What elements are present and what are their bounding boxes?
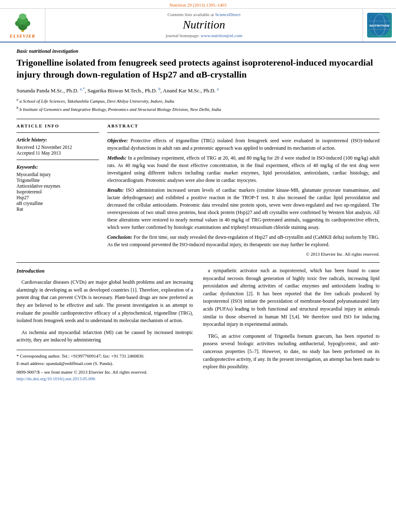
affiliation-b: b b Institute of Genomics and Integrativ… <box>16 105 380 113</box>
authors-text: Sunanda Panda M.Sc., Ph.D. a,*, Sagarika… <box>16 87 219 94</box>
article-title-text: Trigonelline isolated from fenugreek see… <box>16 57 373 80</box>
homepage-link[interactable]: www.nutritionjrnl.com <box>201 33 243 38</box>
affiliations: a a School of Life Sciences, Takshashila… <box>16 97 380 113</box>
body-divider <box>16 262 380 263</box>
body-right-col: a sympathetic activator such as isoprote… <box>203 267 380 382</box>
body-left-col: Introduction Cardiovascular diseases (CV… <box>16 267 193 382</box>
keyword-3: Antioxidative enzymes <box>16 184 99 188</box>
doi-link[interactable]: http://dx.doi.org/10.1016/j.nut.2013.05.… <box>16 376 95 381</box>
doi-line: http://dx.doi.org/10.1016/j.nut.2013.05.… <box>16 375 193 382</box>
conclusion-label: Conclusion: <box>107 234 132 240</box>
abstract-conclusion: Conclusion: For the first time, our stud… <box>107 233 380 248</box>
received-date: Received 12 November 2012 <box>16 145 99 150</box>
nutrition-globe-icon: NUTRITION <box>368 14 391 37</box>
abstract-methods: Methods: In a preliminary experiment, ef… <box>107 154 380 184</box>
keyword-5: Hsp27 <box>16 195 99 200</box>
footnote-corresponding-text: * Corresponding author. Tel.: +919977609… <box>16 353 144 358</box>
conclusion-text: For the first time, our study revealed t… <box>107 234 380 247</box>
article-info-header: ARTICLE INFO <box>16 123 99 128</box>
article-title: Trigonelline isolated from fenugreek see… <box>16 57 380 80</box>
journal-title: Nutrition <box>50 19 358 31</box>
history-label: Article history: <box>16 137 99 143</box>
keywords-divider <box>16 160 99 160</box>
footnote-email-text: E-mail address: spanda4@rediffmail.com (… <box>16 361 113 366</box>
keywords-label: Keywords: <box>16 164 99 170</box>
objective-text: Protective effects of trigonelline (TRG)… <box>107 138 380 151</box>
results-text: ISO administration increased serum level… <box>107 187 380 230</box>
results-label: Results: <box>107 187 124 193</box>
article-info-abstract-cols: ARTICLE INFO Article history: Received 1… <box>16 123 380 257</box>
right-para-1: a sympathetic activator such as isoprote… <box>203 267 380 328</box>
journal-citation-bar: Nutrition 29 (2013) 1395–1403 <box>0 0 396 9</box>
article-info-divider <box>16 132 99 133</box>
contents-text: Contents lists available at <box>167 12 214 17</box>
footnote-email: E-mail address: spanda4@rediffmail.com (… <box>16 360 193 367</box>
authors-line: Sunanda Panda M.Sc., Ph.D. a,*, Sagarika… <box>16 86 380 94</box>
keyword-7: Rat <box>16 207 99 212</box>
nutrition-badge: NUTRITION <box>367 13 392 38</box>
keyword-1: Myocardial injury <box>16 172 99 177</box>
sciencedirect-link[interactable]: ScienceDirect <box>215 12 240 17</box>
body-two-col: Introduction Cardiovascular diseases (CV… <box>16 267 380 382</box>
footnote-corresponding: * Corresponding author. Tel.: +919977609… <box>16 353 193 360</box>
elsevier-logo-area: ELSEVIER <box>0 9 45 42</box>
abstract-objective: Objective: Protective effects of trigone… <box>107 137 380 152</box>
section-label: Basic nutritional investigation <box>16 48 380 54</box>
methods-label: Methods: <box>107 155 127 161</box>
homepage-text: journal homepage: <box>166 33 200 38</box>
journal-center-banner: Contents lists available at ScienceDirec… <box>45 9 363 42</box>
abstract-header: ABSTRACT <box>107 123 380 128</box>
intro-para-2: As ischemia and myocardial infarction (M… <box>16 329 193 344</box>
accepted-date: Accepted 11 May 2013 <box>16 151 99 155</box>
copyright-line: © 2013 Elsevier Inc. All rights reserved… <box>107 252 380 257</box>
elsevier-tree-icon <box>10 12 35 33</box>
objective-label: Objective: <box>107 138 128 144</box>
journal-homepage-line: journal homepage: www.nutritionjrnl.com <box>50 33 358 38</box>
svg-point-5 <box>19 14 26 20</box>
contents-link-line: Contents lists available at ScienceDirec… <box>50 12 358 17</box>
introduction-heading: Introduction <box>16 267 193 275</box>
journal-banner: ELSEVIER Contents lists available at Sci… <box>0 9 396 42</box>
abstract-results: Results: ISO administration increased se… <box>107 186 380 231</box>
right-para-2: TRG, an active component of Trigonella f… <box>203 332 380 371</box>
keyword-2: Trigonelline <box>16 178 99 183</box>
elsevier-wordmark: ELSEVIER <box>10 33 35 38</box>
journal-citation: Nutrition 29 (2013) 1395–1403 <box>170 2 226 7</box>
article-info-col: ARTICLE INFO Article history: Received 1… <box>16 123 99 257</box>
intro-para-1: Cardiovascular diseases (CVDs) are major… <box>16 278 193 325</box>
methods-text: In a preliminary experiment, effects of … <box>107 155 380 183</box>
nutrition-logo-area: NUTRITION <box>363 9 396 42</box>
issn-line: 0899-9007/$ – see front matter © 2013 El… <box>16 369 193 376</box>
keyword-6: αB crystalline <box>16 201 99 206</box>
abstract-col: ABSTRACT Objective: Protective effects o… <box>107 123 380 257</box>
section-divider <box>16 119 380 119</box>
keyword-4: Isoproterenol <box>16 189 99 194</box>
affiliation-a: a a School of Life Sciences, Takshashila… <box>16 97 380 105</box>
svg-text:NUTRITION: NUTRITION <box>370 24 389 28</box>
main-content: Basic nutritional investigation Trigonel… <box>0 42 396 391</box>
abstract-divider <box>107 132 380 133</box>
footnote-area: * Corresponding author. Tel.: +919977609… <box>16 350 193 382</box>
